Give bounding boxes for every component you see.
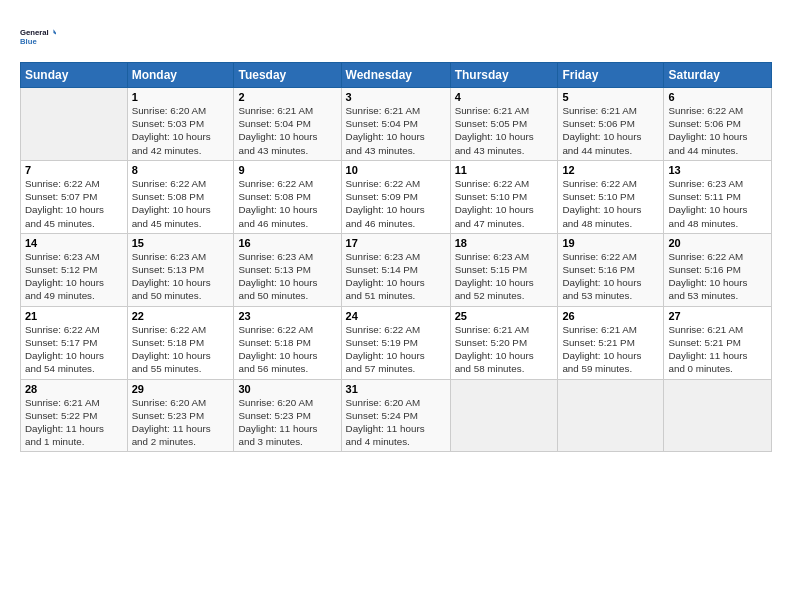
day-info: Sunrise: 6:22 AMSunset: 5:08 PMDaylight:… (132, 177, 230, 230)
logo-svg: General Blue (20, 18, 56, 54)
day-info: Sunrise: 6:22 AMSunset: 5:19 PMDaylight:… (346, 323, 446, 376)
day-info: Sunrise: 6:22 AMSunset: 5:10 PMDaylight:… (455, 177, 554, 230)
day-info: Sunrise: 6:23 AMSunset: 5:12 PMDaylight:… (25, 250, 123, 303)
day-number: 22 (132, 310, 230, 322)
day-info: Sunrise: 6:20 AMSunset: 5:23 PMDaylight:… (238, 396, 336, 449)
day-info: Sunrise: 6:20 AMSunset: 5:24 PMDaylight:… (346, 396, 446, 449)
table-row: 16Sunrise: 6:23 AMSunset: 5:13 PMDayligh… (234, 233, 341, 306)
day-number: 8 (132, 164, 230, 176)
calendar-day-header: Sunday (21, 63, 128, 88)
table-row: 24Sunrise: 6:22 AMSunset: 5:19 PMDayligh… (341, 306, 450, 379)
calendar-week-row: 21Sunrise: 6:22 AMSunset: 5:17 PMDayligh… (21, 306, 772, 379)
table-row: 29Sunrise: 6:20 AMSunset: 5:23 PMDayligh… (127, 379, 234, 452)
day-number: 20 (668, 237, 767, 249)
table-row: 25Sunrise: 6:21 AMSunset: 5:20 PMDayligh… (450, 306, 558, 379)
day-info: Sunrise: 6:23 AMSunset: 5:11 PMDaylight:… (668, 177, 767, 230)
table-row: 28Sunrise: 6:21 AMSunset: 5:22 PMDayligh… (21, 379, 128, 452)
day-info: Sunrise: 6:22 AMSunset: 5:10 PMDaylight:… (562, 177, 659, 230)
day-info: Sunrise: 6:23 AMSunset: 5:15 PMDaylight:… (455, 250, 554, 303)
day-number: 6 (668, 91, 767, 103)
day-info: Sunrise: 6:21 AMSunset: 5:21 PMDaylight:… (668, 323, 767, 376)
day-info: Sunrise: 6:21 AMSunset: 5:21 PMDaylight:… (562, 323, 659, 376)
table-row (664, 379, 772, 452)
calendar-day-header: Saturday (664, 63, 772, 88)
day-info: Sunrise: 6:22 AMSunset: 5:06 PMDaylight:… (668, 104, 767, 157)
day-info: Sunrise: 6:20 AMSunset: 5:03 PMDaylight:… (132, 104, 230, 157)
day-number: 24 (346, 310, 446, 322)
day-info: Sunrise: 6:22 AMSunset: 5:18 PMDaylight:… (132, 323, 230, 376)
day-info: Sunrise: 6:22 AMSunset: 5:09 PMDaylight:… (346, 177, 446, 230)
table-row: 11Sunrise: 6:22 AMSunset: 5:10 PMDayligh… (450, 160, 558, 233)
table-row (558, 379, 664, 452)
table-row: 14Sunrise: 6:23 AMSunset: 5:12 PMDayligh… (21, 233, 128, 306)
table-row: 31Sunrise: 6:20 AMSunset: 5:24 PMDayligh… (341, 379, 450, 452)
calendar-day-header: Friday (558, 63, 664, 88)
day-number: 31 (346, 383, 446, 395)
table-row: 12Sunrise: 6:22 AMSunset: 5:10 PMDayligh… (558, 160, 664, 233)
table-row: 26Sunrise: 6:21 AMSunset: 5:21 PMDayligh… (558, 306, 664, 379)
day-number: 12 (562, 164, 659, 176)
svg-text:General: General (20, 28, 49, 37)
day-info: Sunrise: 6:21 AMSunset: 5:04 PMDaylight:… (238, 104, 336, 157)
day-number: 15 (132, 237, 230, 249)
day-number: 19 (562, 237, 659, 249)
day-number: 14 (25, 237, 123, 249)
table-row: 30Sunrise: 6:20 AMSunset: 5:23 PMDayligh… (234, 379, 341, 452)
table-row: 18Sunrise: 6:23 AMSunset: 5:15 PMDayligh… (450, 233, 558, 306)
day-info: Sunrise: 6:22 AMSunset: 5:08 PMDaylight:… (238, 177, 336, 230)
calendar-table: SundayMondayTuesdayWednesdayThursdayFrid… (20, 62, 772, 452)
day-number: 11 (455, 164, 554, 176)
table-row: 7Sunrise: 6:22 AMSunset: 5:07 PMDaylight… (21, 160, 128, 233)
table-row: 27Sunrise: 6:21 AMSunset: 5:21 PMDayligh… (664, 306, 772, 379)
table-row: 19Sunrise: 6:22 AMSunset: 5:16 PMDayligh… (558, 233, 664, 306)
table-row: 17Sunrise: 6:23 AMSunset: 5:14 PMDayligh… (341, 233, 450, 306)
table-row: 10Sunrise: 6:22 AMSunset: 5:09 PMDayligh… (341, 160, 450, 233)
table-row: 15Sunrise: 6:23 AMSunset: 5:13 PMDayligh… (127, 233, 234, 306)
logo: General Blue (20, 18, 56, 54)
day-number: 3 (346, 91, 446, 103)
day-info: Sunrise: 6:22 AMSunset: 5:16 PMDaylight:… (562, 250, 659, 303)
day-info: Sunrise: 6:21 AMSunset: 5:05 PMDaylight:… (455, 104, 554, 157)
day-number: 21 (25, 310, 123, 322)
day-info: Sunrise: 6:21 AMSunset: 5:20 PMDaylight:… (455, 323, 554, 376)
calendar-day-header: Monday (127, 63, 234, 88)
table-row: 4Sunrise: 6:21 AMSunset: 5:05 PMDaylight… (450, 88, 558, 161)
day-number: 13 (668, 164, 767, 176)
table-row: 6Sunrise: 6:22 AMSunset: 5:06 PMDaylight… (664, 88, 772, 161)
day-number: 30 (238, 383, 336, 395)
table-row: 20Sunrise: 6:22 AMSunset: 5:16 PMDayligh… (664, 233, 772, 306)
day-number: 9 (238, 164, 336, 176)
calendar-week-row: 28Sunrise: 6:21 AMSunset: 5:22 PMDayligh… (21, 379, 772, 452)
day-number: 10 (346, 164, 446, 176)
calendar-header-row: SundayMondayTuesdayWednesdayThursdayFrid… (21, 63, 772, 88)
day-number: 23 (238, 310, 336, 322)
day-info: Sunrise: 6:22 AMSunset: 5:16 PMDaylight:… (668, 250, 767, 303)
day-number: 5 (562, 91, 659, 103)
day-number: 25 (455, 310, 554, 322)
table-row: 2Sunrise: 6:21 AMSunset: 5:04 PMDaylight… (234, 88, 341, 161)
day-number: 17 (346, 237, 446, 249)
calendar-week-row: 7Sunrise: 6:22 AMSunset: 5:07 PMDaylight… (21, 160, 772, 233)
svg-marker-2 (53, 29, 56, 36)
table-row: 1Sunrise: 6:20 AMSunset: 5:03 PMDaylight… (127, 88, 234, 161)
day-info: Sunrise: 6:22 AMSunset: 5:18 PMDaylight:… (238, 323, 336, 376)
day-number: 7 (25, 164, 123, 176)
day-number: 16 (238, 237, 336, 249)
table-row (450, 379, 558, 452)
table-row: 23Sunrise: 6:22 AMSunset: 5:18 PMDayligh… (234, 306, 341, 379)
day-number: 2 (238, 91, 336, 103)
table-row: 13Sunrise: 6:23 AMSunset: 5:11 PMDayligh… (664, 160, 772, 233)
day-number: 28 (25, 383, 123, 395)
table-row: 9Sunrise: 6:22 AMSunset: 5:08 PMDaylight… (234, 160, 341, 233)
calendar-week-row: 14Sunrise: 6:23 AMSunset: 5:12 PMDayligh… (21, 233, 772, 306)
day-number: 26 (562, 310, 659, 322)
table-row: 21Sunrise: 6:22 AMSunset: 5:17 PMDayligh… (21, 306, 128, 379)
day-info: Sunrise: 6:23 AMSunset: 5:13 PMDaylight:… (238, 250, 336, 303)
table-row: 22Sunrise: 6:22 AMSunset: 5:18 PMDayligh… (127, 306, 234, 379)
day-number: 1 (132, 91, 230, 103)
day-number: 29 (132, 383, 230, 395)
day-info: Sunrise: 6:21 AMSunset: 5:04 PMDaylight:… (346, 104, 446, 157)
calendar-week-row: 1Sunrise: 6:20 AMSunset: 5:03 PMDaylight… (21, 88, 772, 161)
calendar-day-header: Thursday (450, 63, 558, 88)
day-info: Sunrise: 6:22 AMSunset: 5:17 PMDaylight:… (25, 323, 123, 376)
